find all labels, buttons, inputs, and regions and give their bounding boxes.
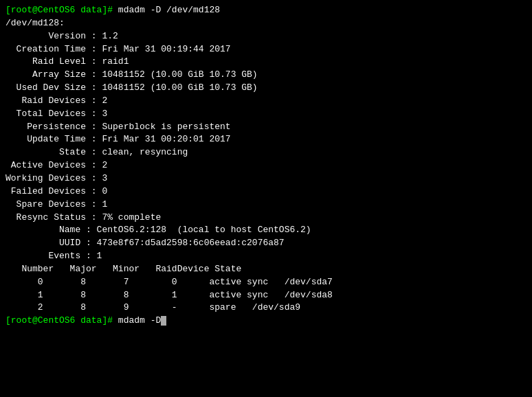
terminal-line: Working Devices : 3 <box>5 172 527 185</box>
terminal-line: Persistence : Superblock is persistent <box>5 121 527 134</box>
terminal-line: Name : CentOS6.2:128 (local to host Cent… <box>5 224 527 237</box>
terminal-line: State : clean, resyncing <box>5 146 527 159</box>
terminal-line: 0 8 7 0 active sync /dev/sda7 <box>5 276 527 289</box>
terminal-line: Raid Devices : 2 <box>5 95 527 108</box>
terminal-line: 2 8 9 - spare /dev/sda9 <box>5 302 527 315</box>
terminal-line: Array Size : 10481152 (10.00 GiB 10.73 G… <box>5 69 527 82</box>
terminal-window: [root@CentOS6 data]# mdadm -D /dev/md128… <box>0 0 532 397</box>
command-text: mdadm -D <box>118 315 161 326</box>
terminal-line: [root@CentOS6 data]# mdadm -D /dev/md128 <box>5 4 527 17</box>
terminal-line: Number Major Minor RaidDevice State <box>5 263 527 276</box>
terminal-line: Active Devices : 2 <box>5 159 527 172</box>
terminal-line: Creation Time : Fri Mar 31 00:19:44 2017 <box>5 43 527 56</box>
terminal-line: 1 8 8 1 active sync /dev/sda8 <box>5 289 527 302</box>
terminal-line: Raid Level : raid1 <box>5 56 527 69</box>
terminal-line: Spare Devices : 1 <box>5 198 527 212</box>
terminal-line: Failed Devices : 0 <box>5 185 527 198</box>
prompt-text: [root@CentOS6 data]# <box>5 5 118 15</box>
terminal-line: Resync Status : 7% complete <box>5 212 527 225</box>
terminal-line: Used Dev Size : 10481152 (10.00 GiB 10.7… <box>5 82 527 95</box>
terminal-line: Events : 1 <box>5 250 527 263</box>
terminal-cursor <box>161 316 166 326</box>
terminal-line: /dev/md128: <box>5 17 527 30</box>
terminal-line: Version : 1.2 <box>5 30 527 43</box>
command-text: mdadm -D /dev/md128 <box>118 5 220 15</box>
prompt-text: [root@CentOS6 data]# <box>5 315 118 326</box>
terminal-line: Update Time : Fri Mar 31 00:20:01 2017 <box>5 133 527 146</box>
terminal-line: Total Devices : 3 <box>5 108 527 121</box>
terminal-line: UUID : 473e8f67:d5ad2598:6c06eead:c2076a… <box>5 237 527 250</box>
terminal-line: [root@CentOS6 data]# mdadm -D <box>5 315 527 328</box>
